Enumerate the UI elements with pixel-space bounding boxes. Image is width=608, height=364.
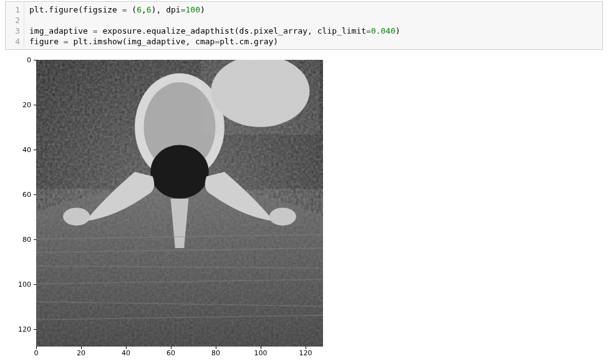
- x-tick-mark: [216, 347, 216, 349]
- y-tick-label: 0: [12, 56, 31, 64]
- y-tick-label: 80: [12, 236, 31, 244]
- ct-scan-image: [36, 60, 323, 347]
- y-tick-label: 20: [12, 101, 31, 109]
- line-number-gutter: 1 2 3 4: [6, 2, 24, 49]
- x-tick-mark: [36, 347, 37, 349]
- code-editor[interactable]: plt.figure(figsize = (6,6), dpi=100) img…: [24, 2, 602, 49]
- x-tick-label: 80: [211, 349, 220, 357]
- code-line: figure = plt.imshow(img_adaptive, cmap=p…: [29, 37, 278, 46]
- y-tick-label: 60: [12, 191, 31, 199]
- x-tick-label: 20: [77, 349, 85, 357]
- line-number: 3: [6, 26, 20, 36]
- svg-point-6: [63, 208, 90, 226]
- x-tick-label: 100: [254, 349, 268, 357]
- line-number: 4: [6, 36, 20, 47]
- x-tick-label: 0: [34, 349, 39, 357]
- code-line: [29, 16, 34, 25]
- y-tick-label: 40: [12, 146, 31, 154]
- plot-output: 0 20 40 60 80 100 120 0 20 40 60 80 100 …: [5, 55, 342, 364]
- x-tick-mark: [261, 347, 261, 349]
- x-tick-mark: [81, 347, 82, 349]
- x-tick-label: 120: [299, 349, 312, 357]
- line-number: 2: [6, 15, 20, 26]
- x-tick-mark: [171, 347, 171, 349]
- svg-point-5: [150, 145, 208, 199]
- x-tick-label: 40: [122, 349, 130, 357]
- code-line: plt.figure(figsize = (6,6), dpi=100): [29, 5, 205, 14]
- code-line: img_adaptive = exposure.equalize_adapthi…: [29, 26, 400, 36]
- y-tick-label: 100: [12, 280, 31, 289]
- x-tick-label: 60: [166, 349, 175, 357]
- x-tick-mark: [306, 347, 306, 349]
- line-number: 1: [6, 4, 20, 15]
- x-tick-mark: [126, 347, 127, 349]
- code-cell[interactable]: 1 2 3 4 plt.figure(figsize = (6,6), dpi=…: [5, 1, 603, 50]
- y-tick-label: 120: [12, 325, 31, 333]
- svg-point-7: [269, 208, 296, 226]
